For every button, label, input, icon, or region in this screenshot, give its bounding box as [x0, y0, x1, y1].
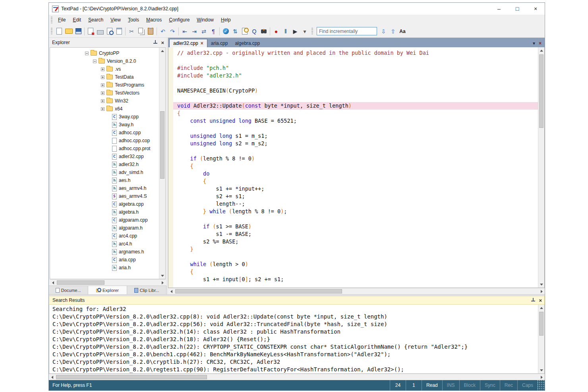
results-vertical-scrollbar[interactable] — [538, 305, 544, 373]
manage-files-icon[interactable] — [86, 27, 95, 36]
menu-item-search[interactable]: Search — [85, 15, 107, 24]
tree-item-adler32-cpp[interactable]: adler32.cpp — [50, 153, 159, 160]
menu-item-configure[interactable]: Configure — [165, 15, 193, 24]
menu-item-file[interactable]: File — [54, 15, 69, 24]
expand-icon[interactable] — [101, 91, 104, 95]
menu-item-macros[interactable]: Macros — [143, 15, 165, 24]
tree-item-vs[interactable]: .vs — [50, 65, 159, 73]
expand-icon[interactable] — [101, 68, 104, 71]
tree-item-adler32-h[interactable]: adler32.h — [50, 160, 159, 168]
results-horizontal-scrollbar[interactable] — [49, 374, 545, 380]
scroll-up-icon[interactable] — [159, 48, 166, 54]
pause-macro-icon[interactable]: ‖ — [281, 27, 290, 36]
tree-item-testdata[interactable]: TestData — [50, 73, 159, 81]
menu-item-edit[interactable]: Edit — [69, 15, 85, 24]
tree-item-3way-cpp[interactable]: 3way.cpp — [50, 113, 159, 121]
explorer-horizontal-scrollbar[interactable] — [50, 279, 166, 286]
code-area[interactable]: // adler32.cpp - originally written and … — [173, 47, 538, 288]
match-case-button[interactable]: Aa — [398, 27, 407, 36]
tree-item-algebra-cpp[interactable]: algebra.cpp — [50, 200, 159, 208]
collapse-icon[interactable] — [85, 52, 89, 55]
results-hscroll-thumb[interactable] — [56, 375, 207, 379]
tab-scroll-icon[interactable]: ▾ — [533, 41, 535, 46]
editor-horizontal-scrollbar[interactable] — [168, 288, 545, 294]
tree-item-argnames-h[interactable]: argnames.h — [50, 248, 159, 256]
scroll-down-icon[interactable] — [538, 281, 545, 288]
tree-item-aes-armv4-h[interactable]: aes_armv4.h — [50, 184, 159, 192]
explorer-close-icon[interactable]: × — [161, 40, 164, 45]
scroll-up-icon[interactable] — [538, 47, 545, 54]
toolbar-overflow-icon[interactable]: ▾ — [300, 27, 309, 36]
scroll-right-icon[interactable] — [538, 288, 545, 295]
open-file-icon[interactable] — [64, 27, 74, 36]
selection-margin[interactable] — [168, 47, 173, 288]
explorer-vscroll-thumb[interactable] — [160, 111, 164, 179]
tree-item-aes-armv4-s[interactable]: aes_armv4.S — [50, 192, 159, 200]
tree-item-version-8-2-0[interactable]: Version_8.2.0 — [50, 57, 159, 65]
collapse-icon[interactable] — [93, 60, 97, 63]
editor-vertical-scrollbar[interactable] — [538, 47, 544, 288]
tree-item-aria-h[interactable]: aria.h — [50, 264, 159, 272]
scroll-right-icon[interactable] — [159, 280, 166, 286]
tree-item-win32[interactable]: Win32 — [50, 97, 159, 105]
cut-icon[interactable]: ✂ — [127, 27, 136, 36]
play-macro-icon[interactable]: ▶ — [290, 27, 300, 36]
search-lines[interactable]: Searching for: Adler32C:\Dev\CryptoPP\Ve… — [49, 305, 538, 373]
toolbar-grip[interactable] — [51, 28, 52, 35]
minimize-button[interactable]: – — [490, 3, 508, 15]
search-results-close-icon[interactable]: × — [539, 298, 542, 303]
tree-item-adhoc-cpp-prot[interactable]: adhoc.cpp.prot — [50, 145, 159, 153]
tree-item-algebra-h[interactable]: algebra.h — [50, 208, 159, 216]
editor-tab-aria-cpp[interactable]: aria.cpp — [207, 39, 232, 47]
document-properties-icon[interactable] — [114, 27, 124, 36]
save-icon[interactable] — [74, 27, 83, 36]
search-result-line[interactable]: C:\Dev\CryptoPP\Version_8.2.0\adler32.cp… — [52, 313, 538, 321]
undo-icon[interactable]: ↶ — [158, 27, 168, 36]
paste-icon[interactable] — [146, 27, 155, 36]
scroll-right-icon[interactable] — [538, 374, 545, 380]
menu-item-window[interactable]: Window — [193, 15, 217, 24]
editor-vscroll-thumb[interactable] — [539, 54, 544, 128]
expand-icon[interactable] — [101, 75, 104, 79]
copy-icon[interactable] — [136, 27, 146, 36]
explorer-tree[interactable]: CryptoPPVersion_8.2.0.vsTestDataTestProg… — [50, 48, 159, 279]
search-result-line[interactable]: C:\Dev\CryptoPP\Version_8.2.0\regtest1.c… — [52, 366, 538, 373]
find-toolbar-grip[interactable] — [311, 28, 313, 35]
expand-icon[interactable] — [101, 83, 104, 87]
tree-item-algparam-h[interactable]: algparam.h — [50, 224, 159, 232]
tree-item-cryptopp[interactable]: CryptoPP — [50, 49, 159, 57]
menu-item-tools[interactable]: Tools — [124, 15, 143, 24]
find-next-icon[interactable]: ⇩ — [379, 27, 388, 36]
close-button[interactable]: × — [526, 3, 545, 15]
formatting-marks-icon[interactable]: ¶ — [209, 27, 218, 36]
menu-item-view[interactable]: View — [107, 15, 124, 24]
expand-icon[interactable] — [101, 99, 104, 103]
tree-item-arc4-h[interactable]: arc4.h — [50, 240, 159, 248]
search-result-line[interactable]: C:\Dev\CryptoPP\Version_8.2.0\adler32.h(… — [52, 343, 538, 351]
tree-item-aria-cpp[interactable]: aria.cpp — [50, 256, 159, 264]
sort-icon[interactable]: ⇅ — [230, 27, 240, 36]
resize-grip[interactable] — [538, 380, 545, 390]
unindent-icon[interactable]: ⇤ — [180, 27, 190, 36]
sidebar-tab-clip-libr[interactable]: Clip Libr... — [127, 286, 166, 294]
close-tab-icon[interactable]: × — [201, 41, 203, 46]
menu-grip[interactable] — [51, 17, 52, 23]
editor-tab-algebra-cpp[interactable]: algebra.cpp — [231, 39, 263, 47]
find-incrementally-input[interactable] — [317, 27, 377, 35]
scroll-left-icon[interactable] — [50, 280, 56, 286]
print-preview-icon[interactable] — [105, 27, 114, 36]
editor-tab-adler32-cpp[interactable]: adler32.cpp× — [169, 39, 207, 47]
tree-item-adhoc-cpp-cop[interactable]: adhoc.cpp.cop — [50, 137, 159, 145]
find-in-files-icon[interactable] — [259, 27, 269, 36]
pin-icon[interactable] — [531, 298, 536, 303]
tree-item-arc4-cpp[interactable]: arc4.cpp — [50, 232, 159, 240]
new-document-icon[interactable] — [54, 27, 64, 36]
close-document-icon[interactable]: × — [539, 41, 542, 46]
scroll-down-icon[interactable] — [538, 367, 545, 373]
scroll-left-icon[interactable] — [168, 288, 174, 295]
tree-item-adv-simd-h[interactable]: adv_simd.h — [50, 168, 159, 176]
tree-item-algparam-cpp[interactable]: algparam.cpp — [50, 216, 159, 224]
scroll-down-icon[interactable] — [159, 272, 166, 279]
search-result-line[interactable]: C:\Dev\CryptoPP\Version_8.2.0\adler32.h(… — [52, 328, 538, 336]
tree-item-x64[interactable]: x64 — [50, 105, 159, 113]
